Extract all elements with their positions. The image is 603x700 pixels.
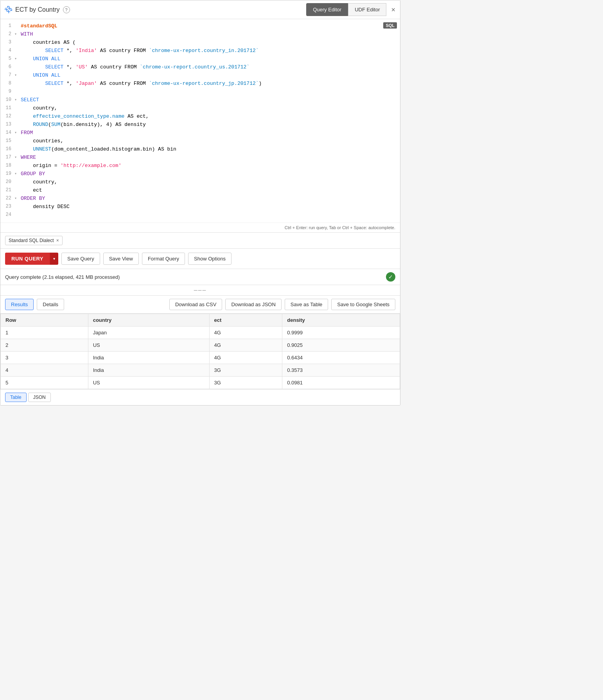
line-number: 2 bbox=[0, 31, 14, 38]
line-number: 3 bbox=[0, 39, 14, 46]
line-fold-arrow[interactable]: ▾ bbox=[14, 154, 21, 161]
table-cell: 0.0981 bbox=[282, 377, 400, 389]
code-line-23: 23 density DESC bbox=[0, 203, 400, 211]
line-number: 23 bbox=[0, 203, 14, 210]
line-number: 8 bbox=[0, 80, 14, 87]
action-bar: RUN QUERY ▾ Save Query Save View Format … bbox=[0, 249, 400, 269]
close-button[interactable]: × bbox=[391, 6, 395, 13]
line-fold-arrow[interactable]: ▾ bbox=[14, 31, 21, 38]
table-row: 3India4G0.6434 bbox=[1, 352, 400, 364]
sql-badge: SQL bbox=[383, 22, 397, 29]
bottom-tabs: TableJSON bbox=[0, 389, 400, 405]
tab-results[interactable]: Results bbox=[5, 299, 34, 310]
line-number: 24 bbox=[0, 211, 14, 219]
line-fold-arrow bbox=[14, 63, 21, 64]
line-fold-arrow bbox=[14, 145, 21, 146]
tab-udf-editor[interactable]: UDF Editor bbox=[348, 3, 386, 16]
line-fold-arrow[interactable]: ▾ bbox=[14, 96, 21, 103]
table-row: 1Japan4G0.9999 bbox=[1, 327, 400, 339]
line-content: GROUP BY bbox=[21, 170, 400, 178]
tab-query-editor[interactable]: Query Editor bbox=[306, 3, 348, 16]
line-content: FROM bbox=[21, 129, 400, 137]
show-options-button[interactable]: Show Options bbox=[188, 253, 232, 265]
bottom-tab-table[interactable]: Table bbox=[5, 393, 27, 402]
line-content: density DESC bbox=[21, 203, 400, 211]
line-fold-arrow bbox=[14, 137, 21, 138]
line-content: WITH bbox=[21, 31, 400, 39]
line-fold-arrow bbox=[14, 39, 21, 39]
table-cell: 0.9999 bbox=[282, 327, 400, 339]
download-json-button[interactable]: Download as JSON bbox=[225, 299, 281, 310]
dialect-close[interactable]: × bbox=[56, 238, 59, 243]
status-text: Query complete (2.1s elapsed, 421 MB pro… bbox=[5, 274, 120, 280]
code-line-13: 13 ROUND(SUM(bin.density), 4) AS density bbox=[0, 121, 400, 129]
code-line-7: 7▾ UNION ALL bbox=[0, 72, 400, 80]
table-cell: 4 bbox=[1, 364, 88, 377]
line-fold-arrow bbox=[14, 22, 21, 23]
table-row: 2US4G0.9025 bbox=[1, 339, 400, 352]
header: ⛓ ECT by Country ? Query Editor UDF Edit… bbox=[0, 0, 400, 19]
line-number: 7 bbox=[0, 72, 14, 79]
format-query-button[interactable]: Format Query bbox=[142, 253, 185, 265]
line-fold-arrow bbox=[14, 162, 21, 163]
table-cell: 2 bbox=[1, 339, 88, 352]
code-line-15: 15 countries, bbox=[0, 137, 400, 145]
table-row: 5US3G0.0981 bbox=[1, 377, 400, 389]
bottom-tab-json[interactable]: JSON bbox=[28, 393, 51, 402]
code-line-9: 9 bbox=[0, 88, 400, 96]
code-line-8: 8 SELECT *, 'Japan' AS country FROM `chr… bbox=[0, 80, 400, 88]
code-line-4: 4 SELECT *, 'India' AS country FROM `chr… bbox=[0, 47, 400, 55]
table-cell: 0.6434 bbox=[282, 352, 400, 364]
run-query-button[interactable]: RUN QUERY bbox=[5, 253, 50, 265]
main-window: ⛓ ECT by Country ? Query Editor UDF Edit… bbox=[0, 0, 400, 406]
line-number: 10 bbox=[0, 96, 14, 104]
table-header-density: density bbox=[282, 314, 400, 327]
table-row: 4India3G0.3573 bbox=[1, 364, 400, 377]
line-fold-arrow bbox=[14, 47, 21, 48]
table-cell: 0.3573 bbox=[282, 364, 400, 377]
line-number: 5 bbox=[0, 55, 14, 63]
save-table-button[interactable]: Save as Table bbox=[285, 299, 328, 310]
save-query-button[interactable]: Save Query bbox=[61, 253, 100, 265]
save-sheets-button[interactable]: Save to Google Sheets bbox=[331, 299, 395, 310]
table-cell: 4G bbox=[209, 339, 282, 352]
line-content: SELECT *, 'India' AS country FROM `chrom… bbox=[21, 47, 400, 55]
status-bar: Query complete (2.1s elapsed, 421 MB pro… bbox=[0, 269, 400, 285]
line-content: country, bbox=[21, 178, 400, 187]
run-query-dropdown[interactable]: ▾ bbox=[50, 253, 58, 265]
code-line-10: 10▾SELECT bbox=[0, 96, 400, 104]
line-number: 17 bbox=[0, 154, 14, 161]
code-editor[interactable]: 1#standardSQL2▾WITH3 countries AS (4 SEL… bbox=[0, 19, 400, 223]
save-view-button[interactable]: Save View bbox=[103, 253, 139, 265]
line-number: 16 bbox=[0, 145, 14, 153]
code-line-12: 12 effective_connection_type.name AS ect… bbox=[0, 113, 400, 121]
divider-handle[interactable]: ––– bbox=[0, 285, 400, 296]
line-number: 9 bbox=[0, 88, 14, 95]
help-icon[interactable]: ? bbox=[63, 6, 70, 13]
tab-details[interactable]: Details bbox=[37, 299, 64, 310]
table-cell: India bbox=[88, 364, 209, 377]
line-number: 14 bbox=[0, 129, 14, 136]
status-icon: ✓ bbox=[386, 272, 395, 282]
code-line-21: 21 ect bbox=[0, 187, 400, 195]
results-area: Results Details Download as CSV Download… bbox=[0, 296, 400, 405]
run-query-group: RUN QUERY ▾ bbox=[5, 253, 58, 265]
dialect-tag: Standard SQL Dialect × bbox=[5, 236, 63, 245]
line-fold-arrow bbox=[14, 211, 21, 212]
code-line-2: 2▾WITH bbox=[0, 31, 400, 39]
line-fold-arrow bbox=[14, 80, 21, 81]
download-csv-button[interactable]: Download as CSV bbox=[169, 299, 223, 310]
line-fold-arrow[interactable]: ▾ bbox=[14, 129, 21, 136]
line-number: 18 bbox=[0, 162, 14, 169]
line-fold-arrow[interactable]: ▾ bbox=[14, 195, 21, 202]
line-number: 11 bbox=[0, 104, 14, 112]
line-fold-arrow[interactable]: ▾ bbox=[14, 72, 21, 79]
line-fold-arrow bbox=[14, 121, 21, 122]
line-fold-arrow bbox=[14, 178, 21, 179]
line-fold-arrow[interactable]: ▾ bbox=[14, 170, 21, 177]
line-content: countries AS ( bbox=[21, 39, 400, 47]
code-line-5: 5▾ UNION ALL bbox=[0, 55, 400, 63]
code-line-20: 20 country, bbox=[0, 178, 400, 187]
line-fold-arrow[interactable]: ▾ bbox=[14, 55, 21, 62]
resize-handle[interactable]: ––– bbox=[194, 287, 207, 294]
